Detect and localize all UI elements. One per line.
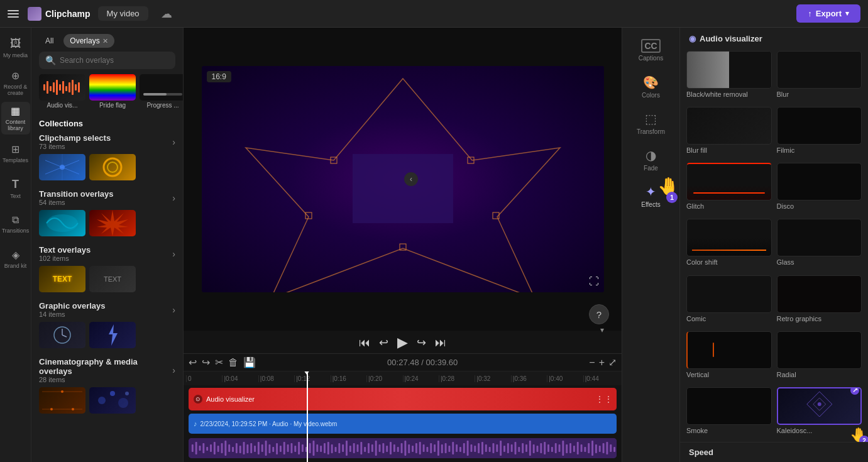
sidebar-item-record[interactable]: ⊕ Record &create xyxy=(1,67,30,99)
cinematography-count: 28 items xyxy=(39,376,172,383)
track-audio-file[interactable]: ♪ 2/23/2024, 10:29:52 PM · Audio · My vi… xyxy=(186,412,619,435)
svg-rect-134 xyxy=(547,444,549,452)
preview-progress[interactable]: Progress ... xyxy=(140,74,183,109)
sidebar-item-content-library[interactable]: ▦ Contentlibrary xyxy=(1,102,30,135)
fit-to-screen-button[interactable]: ⤢ xyxy=(608,356,617,368)
rewind-button[interactable]: ↩ xyxy=(379,336,388,349)
forward-button[interactable]: ↪ xyxy=(417,336,426,349)
search-input[interactable] xyxy=(60,56,169,65)
effect-comic[interactable]: Comic xyxy=(686,275,772,326)
effects-panel-title: Audio visualizer xyxy=(700,34,762,43)
sidebar-item-templates[interactable]: ⊞ Templates xyxy=(1,137,30,170)
thumb-yellow-ring[interactable] xyxy=(89,154,136,180)
help-button[interactable]: ? xyxy=(589,304,609,324)
delete-button[interactable]: 🗑 xyxy=(228,357,238,368)
effect-glitch[interactable]: Glitch xyxy=(686,163,772,214)
sidebar-item-text[interactable]: T Text xyxy=(1,172,30,205)
effect-bw-removal[interactable]: Black/white removal xyxy=(686,51,772,102)
svg-rect-53 xyxy=(250,443,252,453)
save-button[interactable]: 💾 xyxy=(243,356,256,368)
thumb-lightning[interactable] xyxy=(89,322,136,348)
thumb-dots-orange[interactable] xyxy=(39,387,85,414)
effect-filmic[interactable]: Filmic xyxy=(777,107,862,158)
fade-icon: ◑ xyxy=(646,148,656,163)
play-button[interactable]: ▶ xyxy=(397,334,408,351)
timeline-ruler[interactable]: 0 |0:04 |0:08 |0:12 |0:16 |0:20 |0:24 |0… xyxy=(184,371,622,385)
svg-rect-38 xyxy=(195,442,197,454)
filter-all-button[interactable]: All xyxy=(39,34,60,48)
preview-pride-flag[interactable]: Pride flag xyxy=(89,74,136,109)
section-clipchamp-selects[interactable]: Clipchamp selects 73 items › xyxy=(31,131,183,151)
export-button[interactable]: ↑ Export ▾ xyxy=(796,4,860,23)
logo-text: Clipchamp xyxy=(45,9,91,19)
effect-blur-fill[interactable]: Blur fill xyxy=(686,107,772,158)
cut-button[interactable]: ✂ xyxy=(215,356,223,368)
effect-smoke[interactable]: Smoke xyxy=(686,387,772,438)
svg-rect-66 xyxy=(298,442,300,454)
undo-button[interactable]: ↩ xyxy=(189,356,197,368)
fullscreen-button[interactable]: ⛶ xyxy=(589,276,599,287)
svg-rect-75 xyxy=(331,444,333,453)
effect-glass[interactable]: Glass xyxy=(777,219,862,270)
panel-collapse-down-icon[interactable]: ▾ xyxy=(600,326,604,334)
filter-overlays-close-icon[interactable]: ✕ xyxy=(102,37,108,45)
filter-overlays-tab[interactable]: Overlays ✕ xyxy=(63,34,114,48)
thumb-blue-drops[interactable] xyxy=(89,387,136,414)
svg-rect-8 xyxy=(69,82,70,92)
hamburger-menu[interactable] xyxy=(8,8,20,20)
svg-rect-59 xyxy=(272,447,274,452)
section-text-overlays[interactable]: Text overlays 102 items › xyxy=(31,243,183,263)
sidebar-item-my-media[interactable]: 🖼 My media xyxy=(1,31,30,64)
section-transition-overlays[interactable]: Transition overlays 54 items › xyxy=(31,187,183,207)
track-audio-visualizer[interactable]: ⊙ Audio visualizer ⋮⋮ xyxy=(186,388,619,410)
app-logo[interactable]: Clipchamp xyxy=(28,7,91,21)
aspect-ratio-badge[interactable]: 16:9 xyxy=(207,71,231,82)
rp-fade[interactable]: ◑ Fade xyxy=(625,142,677,177)
thumb-red-burst[interactable] xyxy=(89,210,136,236)
effect-kaleidoscope[interactable]: ↗ Kaleidosc... 🤚 2 xyxy=(777,387,862,438)
track-audio-vis-bar[interactable]: ⊙ Audio visualizer ⋮⋮ xyxy=(189,388,617,410)
thumb-clock[interactable] xyxy=(39,322,85,348)
svg-rect-118 xyxy=(489,447,491,452)
main-layout: 🖼 My media ⊕ Record &create ▦ Contentlib… xyxy=(0,28,868,462)
effect-retro[interactable]: Retro graphics xyxy=(777,275,862,326)
collections-heading: Collections xyxy=(31,115,183,131)
thumb-cyan-splash[interactable] xyxy=(39,210,85,236)
record-icon: ⊕ xyxy=(11,70,19,82)
svg-rect-79 xyxy=(346,441,348,456)
effect-blur[interactable]: Blur xyxy=(777,51,862,102)
video-tab[interactable]: My video xyxy=(98,6,148,21)
svg-point-22 xyxy=(50,408,53,410)
skip-back-button[interactable]: ⏮ xyxy=(359,336,370,349)
section-graphic-overlays[interactable]: Graphic overlays 14 items › xyxy=(31,299,183,319)
redo-button[interactable]: ↪ xyxy=(202,356,210,368)
thumb-blue-sparks[interactable] xyxy=(39,154,85,180)
effect-vertical[interactable]: Vertical xyxy=(686,331,772,382)
sidebar-item-transitions[interactable]: ⧉ Transitions xyxy=(1,207,30,240)
effect-radial[interactable]: Radial xyxy=(777,331,862,382)
sidebar-item-brand-kit[interactable]: ◈ Brand kit xyxy=(1,243,30,275)
effect-colorshift[interactable]: Color shift xyxy=(686,219,772,270)
svg-rect-125 xyxy=(515,442,517,454)
rp-effects[interactable]: ✦ Effects xyxy=(625,179,677,214)
rp-transform[interactable]: ⬚ Transform xyxy=(625,106,677,141)
skip-forward-button[interactable]: ⏭ xyxy=(435,336,446,349)
text-overlays-arrow-icon: › xyxy=(172,249,175,259)
svg-rect-132 xyxy=(540,443,542,453)
thumb-yellow-text[interactable]: TEXT xyxy=(39,266,85,292)
svg-rect-45 xyxy=(221,443,223,453)
search-box: 🔍 xyxy=(39,52,175,69)
section-cinematography[interactable]: Cinematography & media overlays 28 items… xyxy=(31,355,183,385)
effect-disco[interactable]: Disco xyxy=(777,163,862,214)
playhead[interactable] xyxy=(307,371,308,385)
preview-audio-vis[interactable]: Audio vis... xyxy=(39,74,85,109)
rp-captions[interactable]: CC Captions xyxy=(625,33,677,68)
zoom-out-button[interactable]: − xyxy=(589,357,595,368)
rp-colors[interactable]: 🎨 Colors xyxy=(625,69,677,104)
panel-collapse-right-button[interactable]: ‹ xyxy=(404,172,418,186)
svg-rect-148 xyxy=(599,446,601,452)
track-audio-file-bar[interactable]: ♪ 2/23/2024, 10:29:52 PM · Audio · My vi… xyxy=(189,414,617,434)
zoom-in-button[interactable]: + xyxy=(599,357,605,368)
filter-row: All Overlays ✕ xyxy=(31,28,183,52)
thumb-dark-text[interactable]: TEXT xyxy=(89,266,136,292)
